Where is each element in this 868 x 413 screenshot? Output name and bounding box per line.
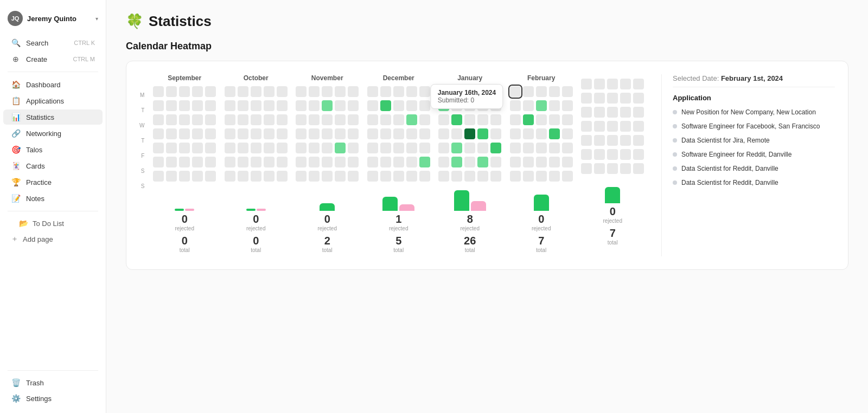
heatmap-cell[interactable] (607, 107, 618, 118)
heatmap-cell[interactable] (620, 149, 631, 160)
heatmap-cell[interactable] (322, 143, 333, 153)
heatmap-cell[interactable] (620, 79, 631, 89)
heatmap-cell[interactable] (153, 114, 164, 125)
heatmap-cell[interactable] (464, 157, 475, 167)
heatmap-cell[interactable] (309, 100, 320, 111)
heatmap-cell[interactable] (192, 114, 203, 125)
heatmap-cell[interactable] (523, 114, 534, 125)
heatmap-cell[interactable] (536, 157, 547, 167)
sidebar-item-networking[interactable]: 🔗 Networking (3, 126, 103, 141)
heatmap-cell[interactable] (380, 100, 391, 111)
application-item[interactable]: Software Engineer for Reddit, Danville (673, 149, 835, 160)
heatmap-cell[interactable] (296, 171, 307, 182)
heatmap-cell[interactable] (153, 86, 164, 97)
heatmap-cell[interactable] (277, 128, 288, 139)
heatmap-cell[interactable] (309, 143, 320, 153)
heatmap-cell[interactable] (536, 114, 547, 125)
heatmap-cell[interactable] (322, 171, 333, 182)
heatmap-cell[interactable] (419, 114, 430, 125)
heatmap-cell[interactable] (264, 114, 275, 125)
heatmap-cell[interactable] (264, 157, 275, 167)
heatmap-cell[interactable] (581, 163, 592, 174)
heatmap-cell[interactable] (238, 100, 248, 111)
heatmap-cell[interactable] (166, 86, 177, 97)
heatmap-cell[interactable] (510, 114, 521, 125)
heatmap-cell[interactable] (153, 100, 164, 111)
heatmap-cell[interactable] (335, 171, 346, 182)
heatmap-cell[interactable] (406, 114, 417, 125)
heatmap-cell[interactable] (225, 171, 235, 182)
heatmap-cell[interactable] (393, 143, 404, 153)
heatmap-cell[interactable] (367, 128, 378, 139)
heatmap-cell[interactable] (419, 100, 430, 111)
heatmap-cell[interactable] (594, 135, 605, 146)
heatmap-cell[interactable] (296, 157, 307, 167)
heatmap-cell[interactable] (277, 100, 288, 111)
heatmap-cell[interactable] (406, 128, 417, 139)
heatmap-cell[interactable] (393, 157, 404, 167)
heatmap-cell[interactable] (438, 143, 449, 153)
heatmap-cell[interactable] (549, 100, 560, 111)
heatmap-cell[interactable] (549, 128, 560, 139)
heatmap-cell[interactable] (348, 157, 359, 167)
heatmap-cell[interactable] (380, 157, 391, 167)
heatmap-cell[interactable] (348, 100, 359, 111)
heatmap-cell[interactable] (225, 114, 235, 125)
heatmap-cell[interactable] (380, 128, 391, 139)
heatmap-cell[interactable] (594, 149, 605, 160)
heatmap-cell[interactable] (205, 100, 216, 111)
heatmap-cell[interactable] (523, 143, 534, 153)
heatmap-cell[interactable] (179, 171, 190, 182)
heatmap-cell[interactable] (348, 128, 359, 139)
heatmap-cell[interactable] (594, 107, 605, 118)
heatmap-cell[interactable] (419, 86, 430, 97)
heatmap-cell[interactable] (581, 149, 592, 160)
heatmap-cell[interactable] (251, 128, 261, 139)
heatmap-cell[interactable] (419, 143, 430, 153)
heatmap-cell[interactable] (205, 128, 216, 139)
heatmap-cell[interactable] (192, 86, 203, 97)
heatmap-cell[interactable] (633, 163, 644, 174)
heatmap-cell[interactable] (419, 171, 430, 182)
heatmap-cell[interactable] (225, 157, 235, 167)
heatmap-cell[interactable] (238, 114, 248, 125)
heatmap-cell[interactable] (451, 157, 462, 167)
heatmap-cell[interactable] (251, 157, 261, 167)
heatmap-cell[interactable] (451, 114, 462, 125)
heatmap-cell[interactable] (477, 128, 488, 139)
heatmap-cell[interactable] (523, 171, 534, 182)
heatmap-cell[interactable] (309, 157, 320, 167)
heatmap-cell[interactable] (192, 171, 203, 182)
heatmap-cell[interactable] (477, 171, 488, 182)
heatmap-cell[interactable] (536, 86, 547, 97)
heatmap-cell[interactable] (309, 114, 320, 125)
user-menu[interactable]: JQ Jeremy Quinto ▾ (0, 7, 106, 30)
heatmap-cell[interactable] (296, 114, 307, 125)
heatmap-cell[interactable] (393, 171, 404, 182)
heatmap-cell[interactable] (238, 128, 248, 139)
heatmap-cell[interactable] (192, 100, 203, 111)
heatmap-cell[interactable] (277, 157, 288, 167)
heatmap-cell[interactable] (179, 114, 190, 125)
sidebar-item-statistics[interactable]: 📊 Statistics (3, 109, 103, 125)
heatmap-cell[interactable] (179, 128, 190, 139)
heatmap-cell[interactable] (225, 143, 235, 153)
heatmap-cell[interactable] (335, 143, 346, 153)
sidebar-item-todo[interactable]: 📂 To Do List (3, 216, 103, 230)
heatmap-cell[interactable] (225, 100, 235, 111)
heatmap-cell[interactable] (251, 100, 261, 111)
heatmap-cell[interactable] (251, 114, 261, 125)
heatmap-cell[interactable] (438, 157, 449, 167)
heatmap-cell[interactable] (166, 128, 177, 139)
heatmap-cell[interactable] (633, 135, 644, 146)
heatmap-cell[interactable] (620, 93, 631, 104)
heatmap-cell[interactable] (406, 86, 417, 97)
heatmap-cell[interactable] (393, 86, 404, 97)
heatmap-cell[interactable] (192, 143, 203, 153)
heatmap-cell[interactable] (153, 157, 164, 167)
heatmap-cell[interactable] (464, 171, 475, 182)
heatmap-cell[interactable] (335, 86, 346, 97)
heatmap-cell[interactable] (367, 157, 378, 167)
heatmap-cell[interactable] (179, 86, 190, 97)
heatmap-cell[interactable] (562, 171, 573, 182)
